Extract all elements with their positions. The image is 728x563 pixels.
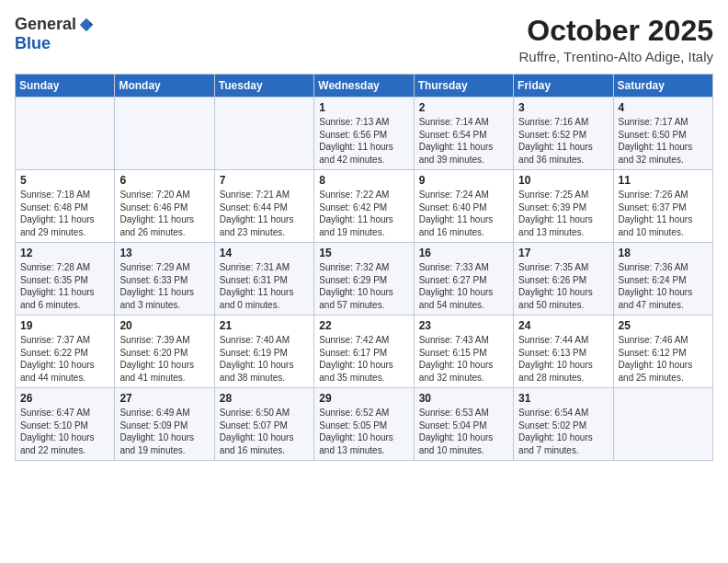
calendar-day-cell: 31Sunrise: 6:54 AM Sunset: 5:02 PM Dayli…	[514, 388, 613, 461]
day-number: 23	[419, 319, 508, 332]
day-number: 11	[619, 174, 708, 187]
calendar-day-cell: 4Sunrise: 7:17 AM Sunset: 6:50 PM Daylig…	[613, 98, 712, 170]
day-info: Sunrise: 7:36 AM Sunset: 6:24 PM Dayligh…	[619, 261, 708, 311]
day-number: 30	[419, 392, 508, 405]
day-number: 22	[319, 319, 408, 332]
day-number: 2	[419, 101, 508, 114]
day-info: Sunrise: 7:46 AM Sunset: 6:12 PM Dayligh…	[619, 334, 708, 384]
calendar-day-cell: 9Sunrise: 7:24 AM Sunset: 6:40 PM Daylig…	[414, 170, 513, 243]
day-info: Sunrise: 7:42 AM Sunset: 6:17 PM Dayligh…	[319, 334, 408, 384]
day-of-week-header: Tuesday	[214, 75, 313, 98]
day-number: 21	[220, 319, 309, 332]
title-block: October 2025 Ruffre, Trentino-Alto Adige…	[518, 15, 713, 64]
calendar-day-cell: 21Sunrise: 7:40 AM Sunset: 6:19 PM Dayli…	[214, 316, 313, 388]
day-number: 1	[319, 101, 408, 114]
day-number: 29	[319, 392, 408, 405]
day-info: Sunrise: 7:14 AM Sunset: 6:54 PM Dayligh…	[419, 116, 508, 166]
calendar-day-cell: 28Sunrise: 6:50 AM Sunset: 5:07 PM Dayli…	[214, 388, 313, 461]
calendar-day-cell: 13Sunrise: 7:29 AM Sunset: 6:33 PM Dayli…	[115, 243, 214, 316]
day-number: 8	[319, 174, 408, 187]
calendar-day-cell	[115, 98, 214, 170]
logo-general-text: General	[15, 15, 76, 34]
day-info: Sunrise: 6:47 AM Sunset: 5:10 PM Dayligh…	[20, 407, 109, 456]
day-number: 18	[619, 247, 708, 259]
day-number: 6	[119, 174, 209, 187]
day-number: 25	[619, 319, 708, 332]
day-of-week-header: Saturday	[613, 75, 712, 98]
calendar-day-cell: 19Sunrise: 7:37 AM Sunset: 6:22 PM Dayli…	[16, 316, 115, 388]
calendar-day-cell: 20Sunrise: 7:39 AM Sunset: 6:20 PM Dayli…	[115, 316, 214, 388]
day-number: 7	[220, 174, 309, 187]
calendar-day-cell: 25Sunrise: 7:46 AM Sunset: 6:12 PM Dayli…	[613, 316, 712, 388]
day-info: Sunrise: 7:22 AM Sunset: 6:42 PM Dayligh…	[319, 189, 408, 238]
day-number: 5	[20, 174, 109, 187]
day-info: Sunrise: 7:44 AM Sunset: 6:13 PM Dayligh…	[518, 334, 608, 384]
day-info: Sunrise: 7:39 AM Sunset: 6:20 PM Dayligh…	[119, 334, 209, 384]
calendar-day-cell: 29Sunrise: 6:52 AM Sunset: 5:05 PM Dayli…	[314, 388, 414, 461]
day-of-week-header: Monday	[115, 75, 214, 98]
calendar-day-cell: 16Sunrise: 7:33 AM Sunset: 6:27 PM Dayli…	[414, 243, 513, 316]
calendar-day-cell: 27Sunrise: 6:49 AM Sunset: 5:09 PM Dayli…	[115, 388, 214, 461]
day-info: Sunrise: 7:24 AM Sunset: 6:40 PM Dayligh…	[419, 189, 508, 238]
day-info: Sunrise: 7:37 AM Sunset: 6:22 PM Dayligh…	[20, 334, 109, 384]
logo: General Blue	[15, 15, 95, 53]
day-info: Sunrise: 7:28 AM Sunset: 6:35 PM Dayligh…	[20, 261, 109, 311]
calendar-week-row: 12Sunrise: 7:28 AM Sunset: 6:35 PM Dayli…	[16, 243, 713, 316]
calendar-day-cell: 22Sunrise: 7:42 AM Sunset: 6:17 PM Dayli…	[314, 316, 414, 388]
day-number: 27	[119, 392, 209, 405]
day-number: 19	[20, 319, 109, 332]
calendar-day-cell: 8Sunrise: 7:22 AM Sunset: 6:42 PM Daylig…	[314, 170, 414, 243]
day-info: Sunrise: 6:50 AM Sunset: 5:07 PM Dayligh…	[220, 407, 309, 456]
calendar-week-row: 26Sunrise: 6:47 AM Sunset: 5:10 PM Dayli…	[16, 388, 713, 461]
day-info: Sunrise: 7:43 AM Sunset: 6:15 PM Dayligh…	[419, 334, 508, 384]
day-number: 13	[119, 247, 209, 259]
day-info: Sunrise: 7:18 AM Sunset: 6:48 PM Dayligh…	[20, 189, 109, 238]
calendar-day-cell: 2Sunrise: 7:14 AM Sunset: 6:54 PM Daylig…	[414, 98, 513, 170]
day-of-week-header: Wednesday	[314, 75, 414, 98]
day-info: Sunrise: 7:32 AM Sunset: 6:29 PM Dayligh…	[319, 261, 408, 311]
logo-blue-text: Blue	[15, 34, 51, 53]
day-number: 9	[419, 174, 508, 187]
calendar-day-cell: 12Sunrise: 7:28 AM Sunset: 6:35 PM Dayli…	[16, 243, 115, 316]
header-row: SundayMondayTuesdayWednesdayThursdayFrid…	[16, 75, 713, 98]
calendar-day-cell: 7Sunrise: 7:21 AM Sunset: 6:44 PM Daylig…	[214, 170, 313, 243]
day-info: Sunrise: 7:20 AM Sunset: 6:46 PM Dayligh…	[119, 189, 209, 238]
day-number: 3	[518, 101, 608, 114]
calendar-day-cell: 15Sunrise: 7:32 AM Sunset: 6:29 PM Dayli…	[314, 243, 414, 316]
calendar-day-cell: 14Sunrise: 7:31 AM Sunset: 6:31 PM Dayli…	[214, 243, 313, 316]
day-number: 15	[319, 247, 408, 259]
calendar-day-cell: 10Sunrise: 7:25 AM Sunset: 6:39 PM Dayli…	[514, 170, 613, 243]
day-number: 24	[518, 319, 608, 332]
calendar-day-cell: 11Sunrise: 7:26 AM Sunset: 6:37 PM Dayli…	[613, 170, 712, 243]
day-info: Sunrise: 7:25 AM Sunset: 6:39 PM Dayligh…	[518, 189, 608, 238]
day-info: Sunrise: 7:31 AM Sunset: 6:31 PM Dayligh…	[220, 261, 309, 311]
day-of-week-header: Thursday	[414, 75, 513, 98]
day-info: Sunrise: 6:54 AM Sunset: 5:02 PM Dayligh…	[518, 407, 608, 456]
day-info: Sunrise: 7:40 AM Sunset: 6:19 PM Dayligh…	[220, 334, 309, 384]
day-number: 14	[220, 247, 309, 259]
calendar-day-cell: 6Sunrise: 7:20 AM Sunset: 6:46 PM Daylig…	[115, 170, 214, 243]
calendar-day-cell: 23Sunrise: 7:43 AM Sunset: 6:15 PM Dayli…	[414, 316, 513, 388]
calendar-week-row: 5Sunrise: 7:18 AM Sunset: 6:48 PM Daylig…	[16, 170, 713, 243]
day-info: Sunrise: 7:29 AM Sunset: 6:33 PM Dayligh…	[119, 261, 209, 311]
day-info: Sunrise: 7:17 AM Sunset: 6:50 PM Dayligh…	[619, 116, 708, 166]
calendar-week-row: 1Sunrise: 7:13 AM Sunset: 6:56 PM Daylig…	[16, 98, 713, 170]
day-info: Sunrise: 7:13 AM Sunset: 6:56 PM Dayligh…	[319, 116, 408, 166]
day-number: 26	[20, 392, 109, 405]
calendar-day-cell: 30Sunrise: 6:53 AM Sunset: 5:04 PM Dayli…	[414, 388, 513, 461]
day-of-week-header: Sunday	[16, 75, 115, 98]
day-info: Sunrise: 7:35 AM Sunset: 6:26 PM Dayligh…	[518, 261, 608, 311]
calendar-day-cell: 18Sunrise: 7:36 AM Sunset: 6:24 PM Dayli…	[613, 243, 712, 316]
day-number: 20	[119, 319, 209, 332]
day-of-week-header: Friday	[514, 75, 613, 98]
day-number: 31	[518, 392, 608, 405]
calendar-week-row: 19Sunrise: 7:37 AM Sunset: 6:22 PM Dayli…	[16, 316, 713, 388]
calendar-day-cell: 17Sunrise: 7:35 AM Sunset: 6:26 PM Dayli…	[514, 243, 613, 316]
day-number: 10	[518, 174, 608, 187]
calendar-day-cell: 24Sunrise: 7:44 AM Sunset: 6:13 PM Dayli…	[514, 316, 613, 388]
calendar-day-cell: 26Sunrise: 6:47 AM Sunset: 5:10 PM Dayli…	[16, 388, 115, 461]
day-number: 28	[220, 392, 309, 405]
day-info: Sunrise: 7:21 AM Sunset: 6:44 PM Dayligh…	[220, 189, 309, 238]
day-info: Sunrise: 6:52 AM Sunset: 5:05 PM Dayligh…	[319, 407, 408, 456]
calendar-day-cell: 1Sunrise: 7:13 AM Sunset: 6:56 PM Daylig…	[314, 98, 414, 170]
